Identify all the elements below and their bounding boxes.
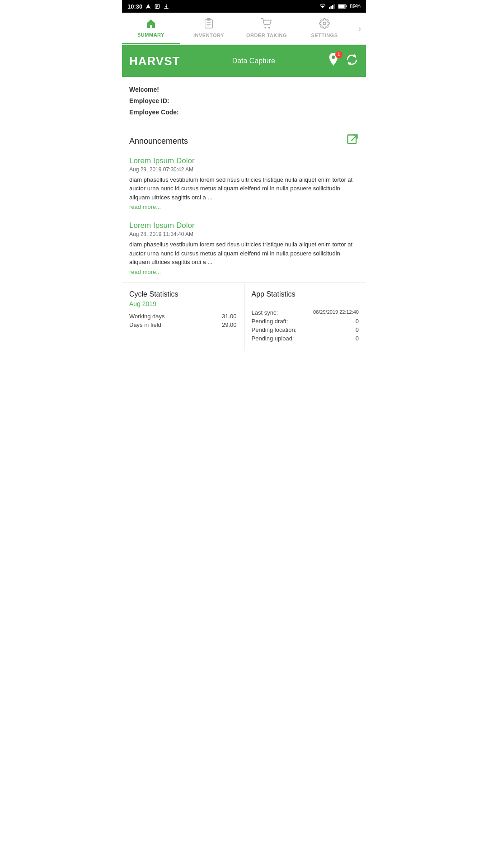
nav-icon [145, 3, 151, 9]
svg-point-19 [323, 22, 326, 25]
external-link-icon [346, 133, 359, 146]
svg-rect-12 [205, 19, 213, 28]
announcement-date-1: Aug 29, 2019 07:30:42 AM [129, 166, 359, 173]
status-time: 10:30 [127, 3, 142, 10]
notification-badge: 1 [335, 51, 343, 58]
working-days-label: Working days [129, 313, 165, 320]
days-in-field-value: 29.00 [222, 321, 237, 328]
tab-order-taking-label: ORDER TAKING [246, 33, 287, 38]
tab-settings[interactable]: SETTINGS [296, 13, 353, 44]
download-icon [163, 3, 169, 9]
svg-marker-0 [146, 4, 151, 9]
announcement-date-2: Aug 28, 2019 11:34:40 AM [129, 231, 359, 237]
svg-point-18 [268, 27, 270, 28]
wifi-icon [319, 4, 326, 9]
employee-code-label: Employee Code: [129, 107, 359, 118]
tab-more-button[interactable]: › [353, 13, 366, 44]
sync-button[interactable] [345, 53, 359, 70]
pending-draft-row: Pending draft: 0 [252, 318, 359, 325]
svg-rect-7 [332, 5, 333, 9]
last-sync-label: Last sync: [252, 309, 278, 316]
parking-icon: P [154, 3, 160, 9]
tab-inventory-label: INVENTORY [193, 33, 224, 38]
svg-point-17 [264, 27, 266, 28]
announcement-title-2: Lorem Ipsum Dolor [129, 221, 359, 230]
welcome-greeting: Welcome! [129, 84, 359, 95]
announcement-item-2: Lorem Ipsum Dolor Aug 28, 2019 11:34:40 … [122, 217, 366, 283]
cycle-stats-header: Cycle Statistics [129, 290, 237, 298]
home-icon [145, 19, 156, 30]
last-sync-row: Last sync: 08/29/2019 22:12:40 [252, 309, 359, 316]
tab-summary[interactable]: SUMMARY [122, 13, 180, 44]
employee-id-label: Employee ID: [129, 95, 359, 107]
pending-location-row: Pending location: 0 [252, 326, 359, 333]
pending-upload-label: Pending upload: [252, 335, 294, 342]
header-banner: HARVST Data Capture 1 [122, 45, 366, 77]
days-in-field-label: Days in field [129, 321, 161, 328]
cart-icon [261, 18, 272, 31]
notification-button[interactable]: 1 [327, 53, 340, 70]
svg-rect-13 [207, 18, 210, 21]
tab-summary-label: SUMMARY [137, 32, 164, 38]
read-more-2[interactable]: read more... [129, 269, 359, 275]
gear-icon [319, 18, 330, 31]
welcome-section: Welcome! Employee ID: Employee Code: [122, 77, 366, 126]
cycle-statistics: Cycle Statistics Aug 2019 Working days 3… [122, 283, 244, 351]
svg-rect-6 [330, 6, 332, 9]
read-more-1[interactable]: read more... [129, 203, 359, 210]
pending-upload-value: 0 [356, 335, 359, 342]
working-days-value: 31.00 [222, 313, 237, 320]
battery-percent: 89% [350, 3, 361, 9]
pending-draft-value: 0 [356, 318, 359, 325]
announcement-item: Lorem Ipsum Dolor Aug 29, 2019 07:30:42 … [122, 153, 366, 218]
tab-order-taking[interactable]: ORDER TAKING [238, 13, 296, 44]
announcement-title-1: Lorem Ipsum Dolor [129, 156, 359, 165]
svg-text:P: P [156, 5, 159, 8]
pending-location-value: 0 [356, 326, 359, 333]
svg-rect-8 [333, 4, 335, 9]
clipboard-icon [204, 18, 214, 31]
app-statistics: App Statistics Last sync: 08/29/2019 22:… [244, 283, 366, 351]
pending-location-label: Pending location: [252, 326, 297, 333]
status-bar: 10:30 P 89% [122, 0, 366, 13]
working-days-row: Working days 31.00 [129, 313, 237, 320]
cycle-stats-period: Aug 2019 [129, 300, 237, 307]
battery-icon [338, 4, 347, 9]
header-actions: 1 [327, 53, 359, 70]
last-sync-value: 08/29/2019 22:12:40 [313, 309, 359, 316]
external-link-button[interactable] [346, 133, 359, 149]
brand-name: HARVST [129, 54, 180, 68]
pending-upload-row: Pending upload: 0 [252, 335, 359, 342]
tab-navigation: SUMMARY INVENTORY ORDER TAKING [122, 13, 366, 45]
svg-rect-10 [346, 5, 347, 7]
tab-settings-label: SETTINGS [311, 33, 338, 38]
svg-rect-11 [338, 5, 345, 8]
announcement-body-1: diam phasellus vestibulum lorem sed risu… [129, 175, 359, 202]
svg-rect-5 [329, 7, 330, 9]
statistics-section: Cycle Statistics Aug 2019 Working days 3… [122, 283, 366, 351]
app-stats-header: App Statistics [252, 290, 359, 298]
announcement-body-2: diam phasellus vestibulum lorem sed risu… [129, 240, 359, 267]
signal-icon [329, 4, 335, 9]
announcements-section: Announcements Lorem Ipsum Dolor Aug 29, … [122, 126, 366, 283]
header-subtitle: Data Capture [180, 57, 327, 65]
tab-inventory[interactable]: INVENTORY [180, 13, 238, 44]
svg-rect-20 [348, 135, 357, 143]
announcements-title: Announcements [129, 137, 188, 146]
sync-icon [345, 53, 359, 66]
pending-draft-label: Pending draft: [252, 318, 288, 325]
announcements-header: Announcements [122, 126, 366, 153]
days-in-field-row: Days in field 29.00 [129, 321, 237, 328]
